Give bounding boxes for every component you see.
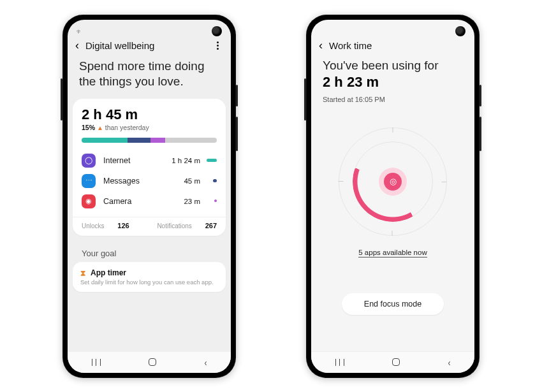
back-icon[interactable]: ‹ bbox=[75, 39, 79, 52]
app-duration-dot bbox=[205, 199, 217, 203]
page-title: Work time bbox=[329, 40, 467, 51]
end-focus-label: End focus mode bbox=[364, 300, 421, 309]
unlocks-stat: Unlocks 126 bbox=[82, 222, 129, 229]
notifications-value: 267 bbox=[205, 222, 217, 229]
total-time: 2 h 45 m bbox=[82, 106, 217, 123]
wifi-icon: ᯤ bbox=[77, 28, 83, 35]
nav-back-icon[interactable]: ‹ bbox=[204, 357, 207, 368]
screen-left: ᯤ ‹ Digital wellbeing Spend more time do… bbox=[68, 20, 231, 373]
stats-row: Unlocks 126 Notifications 267 bbox=[73, 217, 226, 232]
focus-dial: ◎ bbox=[311, 127, 474, 236]
app-timer-title: App timer bbox=[91, 268, 126, 277]
app-name: Internet bbox=[103, 156, 172, 165]
nav-back-icon[interactable]: ‹ bbox=[448, 357, 450, 368]
app-duration-dot bbox=[205, 158, 217, 163]
notifications-label: Notifications bbox=[157, 222, 191, 229]
screen-right: ‹ Work time You've been using for 2 h 23… bbox=[311, 20, 474, 373]
nav-bar: ‹ bbox=[68, 351, 231, 373]
notifications-stat: Notifications 267 bbox=[157, 222, 217, 229]
usage-bar bbox=[82, 138, 217, 143]
title-bar: ‹ Digital wellbeing bbox=[68, 36, 231, 57]
nav-recents-icon[interactable] bbox=[335, 359, 344, 366]
apps-available-link[interactable]: 5 apps available now bbox=[358, 249, 427, 258]
page-title: Digital wellbeing bbox=[85, 40, 205, 51]
status-bar: ᯤ bbox=[68, 20, 231, 36]
unlocks-label: Unlocks bbox=[82, 222, 105, 229]
delta-text: than yesterday bbox=[105, 124, 149, 131]
hero: You've been using for 2 h 23 m Started a… bbox=[311, 57, 474, 110]
title-bar: ‹ Work time bbox=[311, 36, 474, 57]
app-list: ◯Internet1 h 24 m⋯Messages45 m◉Camera23 … bbox=[82, 150, 217, 212]
app-timer-sub: Set daily limit for how long you can use… bbox=[80, 279, 218, 286]
front-camera-icon bbox=[455, 26, 465, 36]
goal-header: Your goal bbox=[73, 242, 226, 262]
back-icon[interactable]: ‹ bbox=[319, 39, 323, 52]
hero-started: Started at 16:05 PM bbox=[323, 96, 463, 103]
unlocks-value: 126 bbox=[117, 222, 129, 229]
headline: Spend more time doing the things you lov… bbox=[68, 57, 231, 99]
app-row[interactable]: ◯Internet1 h 24 m bbox=[82, 150, 217, 171]
app-row[interactable]: ⋯Messages45 m bbox=[82, 171, 217, 191]
app-icon: ◉ bbox=[82, 194, 96, 208]
more-icon[interactable] bbox=[212, 41, 223, 50]
nav-home-icon[interactable] bbox=[149, 358, 156, 366]
hourglass-icon: ⧗ bbox=[80, 268, 85, 277]
phone-left: ᯤ ‹ Digital wellbeing Spend more time do… bbox=[62, 15, 236, 378]
app-time: 45 m bbox=[184, 177, 200, 185]
end-focus-button[interactable]: End focus mode bbox=[342, 293, 444, 315]
nav-home-icon[interactable] bbox=[392, 358, 400, 366]
app-name: Camera bbox=[103, 197, 184, 206]
phone-right: ‹ Work time You've been using for 2 h 23… bbox=[306, 15, 480, 378]
app-row[interactable]: ◉Camera23 m bbox=[82, 191, 217, 212]
usage-card[interactable]: 2 h 45 m 15% ▲ than yesterday ◯Internet1… bbox=[73, 99, 226, 236]
hero-time: 2 h 23 m bbox=[323, 74, 463, 91]
delta-row: 15% ▲ than yesterday bbox=[82, 124, 217, 131]
app-icon: ⋯ bbox=[82, 174, 96, 188]
hero-line1: You've been using for bbox=[323, 59, 463, 73]
app-icon: ◯ bbox=[82, 154, 96, 168]
arrow-up-icon: ▲ bbox=[97, 124, 103, 131]
app-time: 23 m bbox=[184, 198, 200, 205]
front-camera-icon bbox=[212, 26, 222, 36]
delta-pct: 15% bbox=[82, 124, 95, 131]
app-name: Messages bbox=[103, 177, 184, 185]
nav-recents-icon[interactable] bbox=[92, 359, 101, 366]
app-duration-dot bbox=[205, 178, 217, 183]
nav-bar: ‹ bbox=[311, 351, 474, 373]
app-timer-card[interactable]: ⧗ App timer Set daily limit for how long… bbox=[73, 262, 226, 292]
status-bar bbox=[311, 20, 474, 36]
app-time: 1 h 24 m bbox=[172, 157, 200, 164]
focus-hub-icon[interactable]: ◎ bbox=[379, 168, 407, 196]
